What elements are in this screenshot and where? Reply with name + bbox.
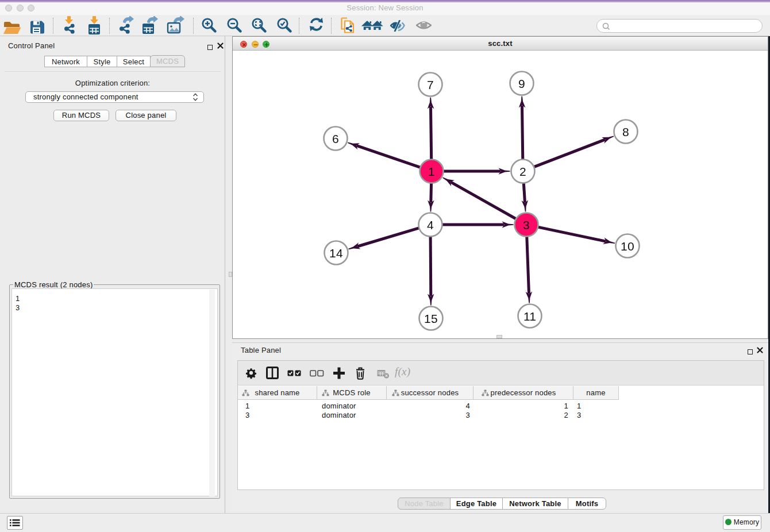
svg-text:10: 10 — [621, 240, 634, 253]
svg-text:14: 14 — [329, 246, 343, 260]
svg-text:4: 4 — [427, 218, 434, 232]
svg-text:9: 9 — [518, 77, 525, 90]
svg-text:3: 3 — [523, 218, 530, 232]
svg-text:11: 11 — [523, 310, 536, 323]
svg-text:6: 6 — [332, 132, 339, 145]
svg-text:1: 1 — [428, 165, 435, 178]
svg-text:8: 8 — [622, 125, 629, 138]
svg-text:7: 7 — [427, 78, 434, 91]
svg-text:15: 15 — [424, 312, 438, 325]
svg-text:2: 2 — [519, 165, 526, 178]
